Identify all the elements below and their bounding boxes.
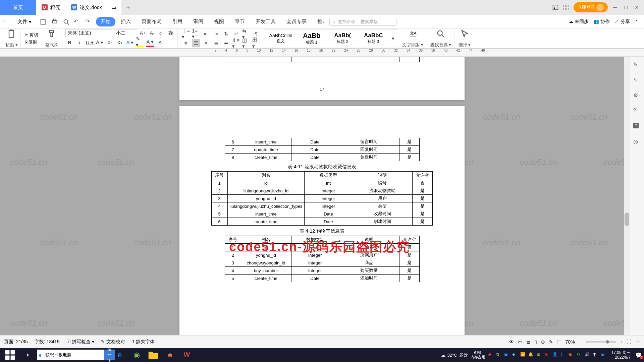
page-view-icon[interactable]: ▭ xyxy=(518,339,522,345)
redo-icon[interactable]: ↷ xyxy=(85,18,93,25)
align-justify-icon[interactable]: ≣ xyxy=(212,39,220,47)
font-name-combo[interactable]: 宋体 (正文) xyxy=(65,29,112,37)
tab-home[interactable]: 首页 xyxy=(0,0,36,15)
reading-mode-icon[interactable]: 1 xyxy=(552,4,559,11)
menu-more[interactable]: 推 › xyxy=(312,15,329,28)
italic-button[interactable]: I xyxy=(75,39,84,47)
menu-review[interactable]: 审阅 xyxy=(188,15,209,28)
save-icon[interactable] xyxy=(40,18,47,25)
menu-page-layout[interactable]: 页面布局 xyxy=(136,15,167,28)
tray-icon-3[interactable]: ▣ xyxy=(504,352,510,358)
ime-indicator[interactable]: 中 xyxy=(593,352,599,358)
hamburger-icon[interactable]: ≡ xyxy=(3,18,10,25)
new-tab-button[interactable]: + xyxy=(121,4,135,11)
help-icon[interactable]: ? xyxy=(633,108,641,116)
cut-button[interactable]: ✂ 剪切 xyxy=(25,32,39,38)
style-heading1[interactable]: AaBb标题 1 xyxy=(297,30,327,47)
menu-start[interactable]: 开始 xyxy=(96,17,115,26)
numbering-icon[interactable]: 1≡ ▾ xyxy=(192,30,200,38)
superscript-button[interactable]: X² xyxy=(106,39,114,47)
subscript-button[interactable]: X₂ xyxy=(116,39,124,47)
line-spacing-icon[interactable]: ⇕≡ ▾ xyxy=(232,39,240,47)
align-right-icon[interactable]: ≡ xyxy=(202,39,210,47)
close-button[interactable]: ✕ xyxy=(633,4,640,11)
phonetic-icon[interactable]: 㐂 xyxy=(167,29,175,37)
grid-icon[interactable] xyxy=(563,4,570,11)
preview-icon[interactable] xyxy=(62,18,70,25)
style-normal[interactable]: AaBbCcDd正文 xyxy=(266,30,296,47)
bullets-icon[interactable]: ⋮≡ ▾ xyxy=(182,30,190,38)
tray-icon-6[interactable]: ◉ xyxy=(544,352,550,358)
format-painter-label[interactable]: 格式刷 xyxy=(45,42,58,48)
bluetooth-icon[interactable]: ᛒ xyxy=(560,352,567,358)
wifi-icon[interactable]: 📶 xyxy=(520,352,526,358)
tray-icon-9[interactable]: ♻ xyxy=(577,352,583,358)
align-left-icon[interactable]: ≡ xyxy=(182,39,190,47)
web-layout-icon[interactable]: ⊕ xyxy=(541,339,545,345)
collab-button[interactable]: 👥 协作 xyxy=(593,19,610,25)
font-size-combo[interactable]: 小二 xyxy=(114,29,137,37)
sort-icon[interactable]: ⇅ xyxy=(222,30,230,38)
menu-insert[interactable]: 插入 xyxy=(115,15,136,28)
borders-icon[interactable]: 田 ▾ xyxy=(252,39,260,47)
highlight-icon[interactable]: ✎ ▾ xyxy=(136,39,144,47)
file-menu[interactable]: 文件 ▾ xyxy=(13,18,36,25)
paste-icon[interactable] xyxy=(7,29,16,39)
tray-icon-10[interactable]: ▣ xyxy=(601,352,607,358)
shading-icon[interactable]: ◫ ▾ xyxy=(242,39,250,47)
fullscreen-icon[interactable]: ⛶ xyxy=(627,339,631,345)
paste-label[interactable]: 粘贴 ▾ xyxy=(5,42,18,48)
align-center-icon[interactable]: ☰ xyxy=(192,39,200,47)
format-painter-icon[interactable] xyxy=(47,29,57,39)
text-layout-label[interactable]: 文字排版 ▾ xyxy=(402,42,423,48)
style-heading3[interactable]: AaBbC标题 3 xyxy=(358,30,388,47)
tray-icon-7[interactable]: 👤 xyxy=(552,352,558,358)
app-wps[interactable]: W xyxy=(179,349,195,361)
line-break-icon[interactable]: ↵ xyxy=(232,30,240,38)
menu-references[interactable]: 引用 xyxy=(167,15,188,28)
vertical-scrollbar[interactable] xyxy=(624,57,630,335)
clock[interactable]: 17:05 周三 2022/9/7 xyxy=(609,350,633,360)
char-border-icon[interactable]: A xyxy=(156,39,164,47)
menu-member[interactable]: 会员专享 xyxy=(281,15,312,28)
translate-icon[interactable]: 🅰 xyxy=(633,123,641,131)
clear-format-icon[interactable]: ◇ xyxy=(157,29,165,37)
undo-icon[interactable]: ↶ xyxy=(74,18,81,25)
app-unknown1[interactable]: ☻ xyxy=(162,349,178,361)
decrease-indent-icon[interactable]: ⇤ xyxy=(202,30,210,38)
app-explorer[interactable] xyxy=(146,349,161,361)
print-icon[interactable] xyxy=(51,18,58,25)
app-360[interactable]: ◉ xyxy=(129,349,144,361)
distribute-icon[interactable]: ⬌ xyxy=(222,39,230,47)
bold-button[interactable]: B xyxy=(65,39,73,47)
word-count[interactable]: 字数: 13419 xyxy=(35,339,60,345)
text-effects-icon[interactable]: A ▾ xyxy=(126,39,134,47)
zoom-out-button[interactable]: − xyxy=(579,339,582,345)
page-indicator[interactable]: 页面: 21/35 xyxy=(4,339,28,345)
missing-font[interactable]: T 缺失字体 xyxy=(132,339,155,345)
tab-icon[interactable]: ⇆ ▾ xyxy=(242,30,250,38)
pencil-icon[interactable]: ✎ xyxy=(633,61,641,69)
tab-document[interactable]: W 论文.docx ▭ xyxy=(66,0,121,15)
menu-view[interactable]: 视图 xyxy=(209,15,229,28)
zoom-level[interactable]: 70% xyxy=(566,339,575,345)
ruler[interactable]: 2468101214161820222426283032343638404244… xyxy=(0,49,644,57)
draft-icon[interactable]: ✎ xyxy=(549,339,553,345)
tray-icon-2[interactable]: ✿ xyxy=(496,352,502,358)
menu-chapter[interactable]: 章节 xyxy=(229,15,250,28)
app-ie[interactable]: e xyxy=(112,349,127,361)
more-icon[interactable]: ⋯ xyxy=(635,339,640,345)
volume-icon[interactable]: 🔊 xyxy=(585,352,591,358)
show-marks-icon[interactable]: ¶ xyxy=(252,30,260,38)
action-center-icon[interactable]: 💬8 xyxy=(635,352,642,358)
tray-icon-8[interactable]: ◉ xyxy=(569,352,575,358)
maximize-button[interactable]: □ xyxy=(623,4,629,11)
collapse-ribbon-icon[interactable]: ⌃ xyxy=(635,19,639,24)
proofread[interactable]: ✎ 文档校对 xyxy=(101,339,125,345)
target-icon[interactable]: ◎ xyxy=(633,138,641,146)
tray-icon-5[interactable]: ▦ xyxy=(536,352,542,358)
select-icon[interactable] xyxy=(460,29,469,39)
tab-split-icon[interactable]: ▭ xyxy=(111,4,116,10)
style-more-icon[interactable]: ▾ xyxy=(389,35,397,43)
zoom-in-button[interactable]: + xyxy=(620,339,623,345)
